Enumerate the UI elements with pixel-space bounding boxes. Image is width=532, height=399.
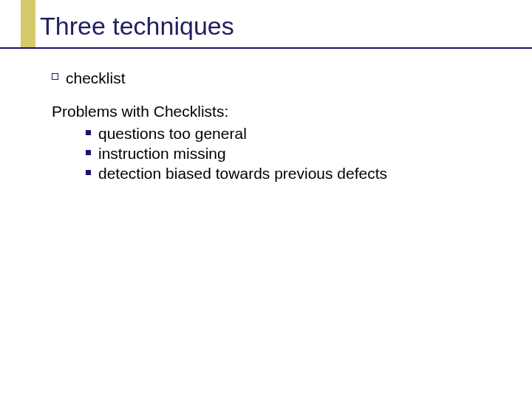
square-fill-bullet-icon <box>86 130 91 135</box>
bullet-level2: instruction missing <box>86 143 502 163</box>
square-outline-bullet-icon <box>52 73 58 80</box>
bullet-text: checklist <box>66 68 126 88</box>
square-fill-bullet-icon <box>86 150 91 155</box>
bullet-text: instruction missing <box>98 143 226 163</box>
title-underline <box>0 47 532 49</box>
problems-heading: Problems with Checklists: <box>52 101 502 121</box>
slide-body: checklist Problems with Checklists: ques… <box>52 68 502 183</box>
title-accent-bar <box>21 0 35 47</box>
slide: Three techniques checklist Problems with… <box>0 0 532 399</box>
bullet-text: detection biased towards previous defect… <box>98 163 387 183</box>
bullet-level1: checklist <box>52 68 502 88</box>
bullet-level2: detection biased towards previous defect… <box>86 163 502 183</box>
bullet-text: questions too general <box>98 123 247 143</box>
square-fill-bullet-icon <box>86 170 91 175</box>
bullet-level2: questions too general <box>86 123 502 143</box>
slide-title: Three techniques <box>40 12 234 41</box>
